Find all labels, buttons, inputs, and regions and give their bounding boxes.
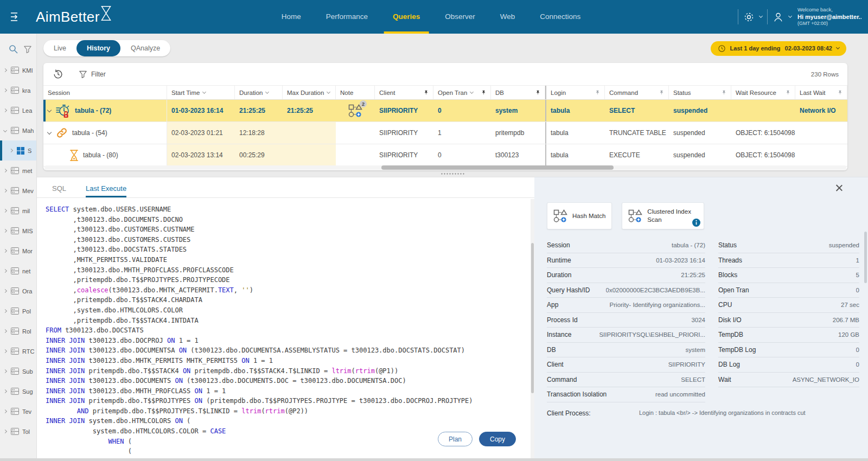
sort-chevron-icon[interactable]: [470, 90, 474, 94]
tab-history[interactable]: History: [76, 40, 120, 56]
table-row[interactable]: tabula - (72)01-03-2023 16:1421:25:2521:…: [43, 100, 847, 122]
column-header-login[interactable]: Login: [545, 86, 605, 99]
panel-resize-handle[interactable]: [37, 170, 868, 177]
column-header-duration[interactable]: Duration: [235, 86, 283, 99]
chevron-right-icon[interactable]: [3, 430, 7, 433]
pin-icon[interactable]: [595, 89, 600, 95]
chevron-right-icon[interactable]: [3, 229, 7, 233]
chevron-right-icon[interactable]: [3, 269, 7, 273]
expand-chevron-icon[interactable]: [47, 130, 52, 134]
sidebar-item-mev[interactable]: Mev: [0, 181, 36, 201]
pin-icon[interactable]: [722, 89, 726, 95]
column-header-max_duration[interactable]: Max Duration: [283, 86, 336, 99]
aimbetter-logo[interactable]: AimBetter: [36, 9, 111, 25]
sidebar-item-met[interactable]: met: [0, 161, 36, 181]
sidebar-toggle-icon[interactable]: [10, 12, 22, 22]
pin-icon[interactable]: [481, 89, 486, 95]
expand-chevron-icon[interactable]: [47, 107, 52, 112]
sidebar-item-sug[interactable]: Sug: [0, 381, 36, 401]
search-icon[interactable]: [9, 44, 18, 54]
column-header-wait_resource[interactable]: Wait Resource: [731, 86, 795, 99]
horizontal-scrollbar[interactable]: [44, 165, 846, 170]
nav-item-home[interactable]: Home: [282, 0, 301, 34]
sidebar-item-mil[interactable]: mil: [0, 201, 36, 221]
chevron-right-icon[interactable]: [3, 68, 7, 72]
sidebar-item-pol[interactable]: Pol: [0, 301, 36, 321]
sort-chevron-icon[interactable]: [265, 90, 269, 94]
chevron-right-icon[interactable]: [3, 289, 7, 293]
sidebar-item-mis[interactable]: MIS: [0, 221, 36, 241]
chevron-right-icon[interactable]: [3, 88, 7, 92]
chevron-right-icon[interactable]: [9, 149, 13, 152]
column-header-open_tran[interactable]: Open Tran: [433, 86, 491, 99]
tab-sql[interactable]: SQL: [52, 184, 66, 197]
pin-icon[interactable]: [838, 89, 843, 95]
chevron-right-icon[interactable]: [3, 389, 7, 393]
nav-item-connections[interactable]: Connections: [540, 0, 580, 34]
info-icon[interactable]: [692, 219, 700, 227]
pin-icon[interactable]: [424, 89, 429, 95]
column-header-last_wait[interactable]: Last Wait: [795, 86, 847, 99]
filter-button[interactable]: Filter: [79, 71, 106, 78]
chevron-right-icon[interactable]: [3, 409, 7, 413]
sort-chevron-icon[interactable]: [202, 90, 206, 94]
chevron-right-icon[interactable]: [3, 189, 7, 193]
sidebar-item-rtc[interactable]: RTC: [0, 341, 36, 361]
chevron-down-icon[interactable]: [836, 46, 840, 49]
nav-item-performance[interactable]: Performance: [326, 0, 368, 34]
nav-item-web[interactable]: Web: [500, 0, 515, 34]
time-range-badge[interactable]: Last 1 day ending 02-03-2023 08:42: [711, 41, 846, 56]
chevron-right-icon[interactable]: [3, 209, 7, 213]
sidebar-item-tol[interactable]: Tol: [0, 421, 36, 441]
chevron-right-icon[interactable]: [3, 249, 7, 253]
sidebar-item-kmi[interactable]: KMI: [0, 60, 36, 80]
nav-item-queries[interactable]: Queries: [393, 0, 420, 34]
sidebar-item-tev[interactable]: Tev: [0, 401, 36, 421]
sidebar-item-s[interactable]: S: [0, 140, 36, 161]
column-header-status[interactable]: Status: [669, 86, 731, 99]
scrollbar-thumb[interactable]: [531, 243, 534, 393]
pin-icon[interactable]: [786, 89, 790, 95]
column-header-db[interactable]: DB: [491, 86, 545, 99]
sidebar-item-rol[interactable]: Rol: [0, 321, 36, 341]
pin-icon[interactable]: [535, 89, 540, 95]
column-header-command[interactable]: Command: [605, 86, 669, 99]
column-header-start[interactable]: Start Time: [167, 86, 235, 99]
settings-gear-icon[interactable]: [743, 11, 755, 23]
chevron-right-icon[interactable]: [3, 349, 7, 353]
sidebar-item-kra[interactable]: kra: [0, 80, 36, 100]
operator-card-clustered-index-scan[interactable]: Clustered Index Scan: [622, 202, 704, 229]
sidebar-item-mah[interactable]: Mah: [0, 120, 36, 140]
chevron-down-icon[interactable]: [788, 14, 792, 18]
table-row[interactable]: tabula - (54)02-03-2023 01:2112:18:28SII…: [43, 122, 847, 144]
chevron-down-icon[interactable]: [3, 129, 7, 132]
sidebar-item-ora[interactable]: Ora: [0, 281, 36, 301]
tab-last-execute[interactable]: Last Execute: [86, 184, 126, 197]
details-scrollbar[interactable]: [864, 232, 867, 283]
chevron-right-icon[interactable]: [3, 108, 7, 112]
column-header-note[interactable]: Note: [336, 86, 375, 99]
sidebar-item-sub[interactable]: Sub: [0, 361, 36, 381]
chevron-right-icon[interactable]: [3, 329, 7, 333]
query-plan-icon[interactable]: 2: [348, 104, 362, 117]
pin-icon[interactable]: [659, 89, 664, 95]
nav-item-observer[interactable]: Observer: [445, 0, 475, 34]
close-icon[interactable]: [835, 184, 843, 192]
history-refresh-icon[interactable]: [52, 68, 64, 80]
filter-icon[interactable]: [24, 46, 31, 53]
sidebar-item-net[interactable]: net: [0, 261, 36, 281]
sidebar-item-mor[interactable]: Mor: [0, 241, 36, 261]
column-header-session[interactable]: Session: [43, 86, 167, 99]
chevron-down-icon[interactable]: [759, 14, 763, 18]
copy-button[interactable]: Copy: [479, 432, 516, 446]
chevron-right-icon[interactable]: [3, 369, 7, 373]
drag-dots-icon[interactable]: [441, 172, 464, 175]
tab-qanalyze[interactable]: QAnalyze: [120, 40, 170, 56]
chevron-right-icon[interactable]: [3, 169, 7, 172]
sql-vertical-scrollbar[interactable]: [531, 199, 534, 458]
chevron-right-icon[interactable]: [3, 309, 7, 313]
operator-card-hash-match[interactable]: Hash Match: [547, 202, 612, 229]
sort-chevron-icon[interactable]: [327, 90, 330, 94]
user-avatar-icon[interactable]: [773, 11, 784, 23]
plan-button[interactable]: Plan: [438, 432, 473, 446]
